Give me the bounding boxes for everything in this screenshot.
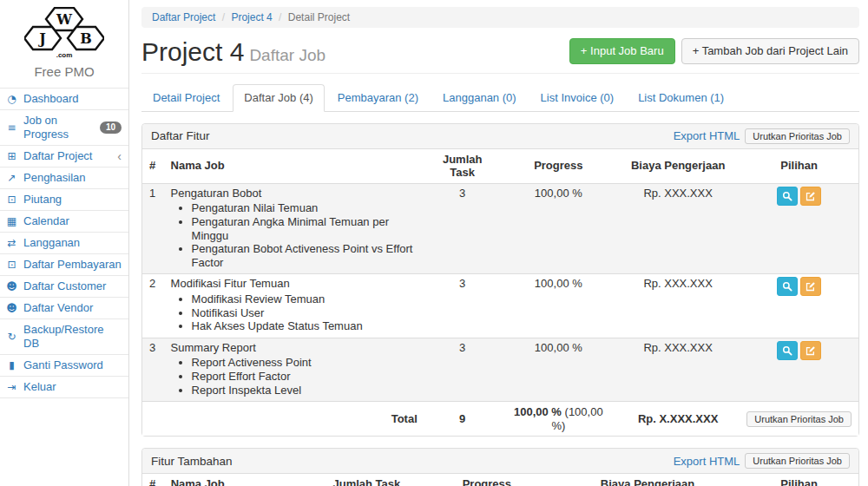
job-name: Modifikasi Fitur Temuan	[171, 277, 290, 290]
tab-detail-project[interactable]: Detail Project	[141, 84, 231, 111]
sidebar-item-label: Daftar Project	[23, 149, 92, 163]
export-html-link[interactable]: Export HTML	[674, 455, 740, 468]
edit-job-button[interactable]	[800, 187, 821, 206]
users-icon: ☻	[5, 279, 18, 293]
view-job-button[interactable]	[777, 277, 798, 296]
edit-job-button[interactable]	[800, 277, 821, 296]
plus-icon: +	[581, 44, 588, 57]
tab-langganan[interactable]: Langganan (0)	[431, 84, 528, 111]
tab-pembayaran[interactable]: Pembayaran (2)	[326, 84, 430, 111]
tab-daftar-job[interactable]: Daftar Job (4)	[233, 84, 324, 112]
sidebar-item-daftar-customer[interactable]: ☻ Daftar Customer	[0, 275, 128, 297]
sidebar-item-label: Piutang	[23, 193, 62, 207]
subtask: Hak Akses Update Status Temuan	[192, 319, 418, 333]
sidebar-item-label: Dashboard	[23, 92, 79, 106]
column-header: Jumlah Task	[315, 474, 418, 486]
panel-heading: Fitur Tambahan Export HTML Urutkan Prior…	[142, 449, 858, 474]
sidebar-item-label: Backup/Restore DB	[23, 323, 122, 351]
logo-letter-j: J	[37, 30, 46, 47]
sidebar-item-daftar-pembayaran[interactable]: ⊡ Daftar Pembayaran	[0, 253, 128, 275]
table-row: 2 Modifikasi Fitur Temuan Modifikasi Rev…	[142, 274, 858, 338]
page-header: Project 4Daftar Job + Input Job Baru + T…	[141, 38, 859, 74]
line-chart-icon: ↗	[5, 171, 18, 185]
urutkan-prioritas-job-button[interactable]: Urutkan Prioritas Job	[745, 453, 850, 469]
task-count: 3	[424, 338, 501, 401]
column-header: Biaya Pengerjaan	[616, 149, 740, 184]
breadcrumb-link-project-4[interactable]: Project 4	[231, 11, 272, 23]
sidebar-item-label: Calendar	[23, 214, 69, 228]
sign-out-icon: ⇥	[5, 380, 18, 394]
view-job-button[interactable]	[777, 341, 798, 360]
sidebar-item-penghasilan[interactable]: ↗ Penghasilan	[0, 167, 128, 188]
column-header: Jumlah Task	[424, 149, 501, 184]
search-icon	[782, 191, 792, 201]
table-header-row: # Nama Job Jumlah Task Progress Biaya Pe…	[142, 474, 858, 486]
subtask: Pengaturan Angka Minimal Temuan per Ming…	[192, 215, 418, 242]
sidebar-item-calendar[interactable]: ▦ Calendar	[0, 210, 128, 232]
total-progress: 100,00 % (100,00 %)	[501, 402, 616, 437]
sidebar-item-label: Keluar	[23, 380, 56, 394]
urutkan-prioritas-job-button[interactable]: Urutkan Prioritas Job	[746, 411, 852, 427]
jwb-logo-graphic: W J B .com	[24, 7, 104, 61]
logo-dotcom: .com	[56, 51, 73, 59]
tab-list-dokumen[interactable]: List Dokumen (1)	[627, 84, 735, 111]
sidebar-item-langganan[interactable]: ⇄ Langganan	[0, 232, 128, 253]
table-row: 1 Pengaturan Bobot Pengaturan Nilai Temu…	[142, 183, 858, 274]
sidebar-item-daftar-vendor[interactable]: ☻ Daftar Vendor	[0, 297, 128, 319]
tab-list-invoice[interactable]: List Invoice (0)	[529, 84, 626, 111]
table-icon: ⊞	[5, 149, 18, 163]
column-header: Nama Job	[164, 474, 315, 486]
app-window: W J B .com Free PMO ◔ Dashboard ≡ Job on…	[0, 0, 868, 486]
column-header: Progress	[501, 149, 616, 184]
panel-tools: Export HTML Urutkan Prioritas Job	[674, 128, 850, 144]
page-subtitle: Daftar Job	[249, 46, 326, 64]
edit-icon	[806, 345, 816, 356]
column-header: Nama Job	[164, 149, 424, 184]
sidebar-menu: ◔ Dashboard ≡ Job on Progress 10 ⊞ Dafta…	[0, 88, 128, 398]
sidebar-item-daftar-project[interactable]: ⊞ Daftar Project ‹	[0, 145, 128, 167]
header-actions: + Input Job Baru + Tambah Job dari Proje…	[569, 38, 859, 66]
sidebar-item-piutang[interactable]: ⊡ Piutang	[0, 188, 128, 210]
cost-value: Rp. XXX.XXX	[616, 183, 740, 274]
view-job-button[interactable]	[777, 187, 798, 206]
subtask-list: Pengaturan Nilai Temuan Pengaturan Angka…	[174, 201, 418, 269]
breadcrumb-separator: /	[279, 11, 281, 23]
money-icon: ⊡	[5, 193, 18, 207]
chevron-left-icon: ‹	[117, 152, 122, 161]
edit-job-button[interactable]	[800, 341, 821, 360]
job-count-badge: 10	[100, 122, 122, 134]
task-count: 3	[424, 274, 501, 338]
breadcrumb-link-daftar-project[interactable]: Daftar Project	[152, 11, 215, 23]
sidebar-item-dashboard[interactable]: ◔ Dashboard	[0, 88, 128, 109]
row-number: 2	[142, 274, 164, 338]
lock-icon: ▮	[5, 358, 18, 372]
sidebar-item-backup-restore-db[interactable]: ↻ Backup/Restore DB	[0, 319, 128, 354]
urutkan-prioritas-job-button[interactable]: Urutkan Prioritas Job	[745, 128, 850, 144]
actions-cell	[740, 183, 858, 274]
sidebar-item-ganti-password[interactable]: ▮ Ganti Password	[0, 354, 128, 376]
subtask: Notifikasi User	[192, 306, 418, 320]
tambah-job-dari-project-lain-button[interactable]: + Tambah Job dari Project Lain	[681, 38, 859, 64]
export-html-link[interactable]: Export HTML	[674, 129, 740, 142]
sidebar-item-label: Ganti Password	[23, 358, 103, 372]
subtask: Modifikasi Review Temuan	[192, 292, 418, 306]
sidebar-item-label: Daftar Customer	[23, 279, 106, 293]
sidebar-item-keluar[interactable]: ⇥ Keluar	[0, 376, 128, 398]
progress-value: 100,00 %	[501, 183, 616, 274]
actions-cell	[740, 274, 858, 338]
retweet-icon: ⇄	[5, 236, 18, 250]
input-job-baru-button[interactable]: + Input Job Baru	[569, 38, 675, 64]
progress-value: 100,00 %	[501, 274, 616, 338]
panel-fitur-tambahan: Fitur Tambahan Export HTML Urutkan Prior…	[141, 448, 859, 486]
sidebar-item-job-on-progress[interactable]: ≡ Job on Progress 10	[0, 109, 128, 145]
cost-value: Rp. XXX.XXX	[616, 338, 740, 401]
column-header: Pilihan	[740, 149, 858, 184]
cost-value: Rp. XXX.XXX	[616, 274, 740, 338]
sidebar-item-label: Daftar Pembayaran	[23, 258, 122, 272]
table-header-row: # Nama Job Jumlah Task Progress Biaya Pe…	[142, 149, 858, 184]
tab-bar: Detail Project Daftar Job (4) Pembayaran…	[141, 84, 859, 112]
fitur-tambahan-table: # Nama Job Jumlah Task Progress Biaya Pe…	[142, 474, 858, 486]
column-header: Biaya Pengerjaan	[556, 474, 740, 486]
panel-heading: Daftar Fitur Export HTML Urutkan Priorit…	[142, 124, 858, 149]
column-header: #	[142, 474, 164, 486]
